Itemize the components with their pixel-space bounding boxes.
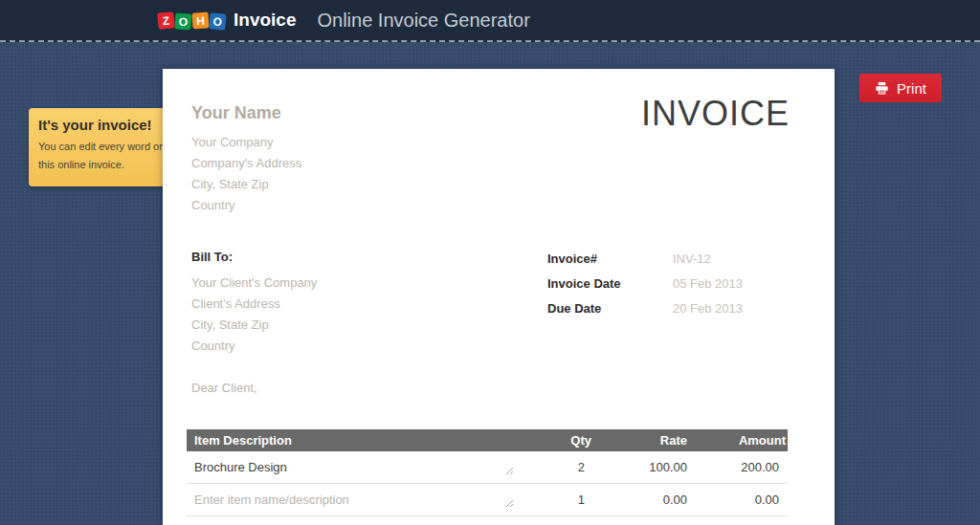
salutation-field[interactable]: Dear Client,: [191, 381, 257, 395]
sender-name-field[interactable]: Your Name: [191, 103, 301, 123]
item-rate-field[interactable]: 0.00: [591, 492, 687, 507]
item-qty-field[interactable]: 1: [502, 492, 591, 507]
client-country-field[interactable]: Country: [191, 336, 317, 357]
table-header-row: Item Description Qty Rate Amount: [187, 429, 788, 451]
logo-tile-z: Z: [157, 11, 175, 30]
table-row: Brochure Design 2 100.00 200.00: [187, 451, 788, 484]
due-date-value[interactable]: 20 Feb 2013: [673, 301, 743, 317]
invoice-date-row: Invoice Date 05 Feb 2013: [547, 276, 743, 292]
logo-tile-o2: O: [209, 12, 226, 30]
page-background: It's your invoice! You can edit every wo…: [0, 42, 980, 525]
bill-to-label[interactable]: Bill To:: [191, 250, 317, 264]
printer-icon: [875, 81, 889, 96]
item-description-field[interactable]: Brochure Design: [187, 460, 502, 474]
resize-handle-icon[interactable]: [505, 464, 514, 478]
zoho-logo-tiles: Z O H O: [158, 12, 227, 29]
invoice-date-label[interactable]: Invoice Date: [547, 276, 673, 292]
logo-tile-h: H: [191, 11, 209, 29]
due-date-label[interactable]: Due Date: [547, 301, 673, 317]
resize-handle-icon[interactable]: [505, 496, 514, 511]
header-item-description: Item Description: [187, 433, 502, 448]
item-amount-value: 200.00: [687, 460, 788, 474]
sender-address-field[interactable]: Company's Address: [191, 153, 301, 174]
header-rate: Rate: [591, 433, 687, 448]
sender-country-field[interactable]: Country: [191, 195, 301, 216]
tooltip-title: It's your invoice!: [38, 117, 167, 133]
invoice-number-value[interactable]: INV-12: [673, 252, 711, 267]
client-address-field[interactable]: Client's Address: [191, 294, 317, 315]
sender-city-field[interactable]: City, State Zip: [191, 174, 301, 195]
logo-product-name: Invoice: [234, 10, 296, 31]
logo-tile-o1: O: [174, 12, 191, 30]
invoice-date-value[interactable]: 05 Feb 2013: [673, 276, 743, 292]
page-title: Online Invoice Generator: [317, 10, 529, 32]
invoice-heading[interactable]: INVOICE: [641, 94, 790, 134]
sender-block: Your Name Your Company Company's Address…: [191, 103, 301, 216]
print-button-label: Print: [897, 80, 926, 97]
item-rate-field[interactable]: 100.00: [591, 460, 687, 474]
sender-company-field[interactable]: Your Company: [191, 132, 301, 153]
edit-hint-tooltip: It's your invoice! You can edit every wo…: [29, 108, 177, 186]
invoice-number-row: Invoice# INV-12: [547, 252, 743, 267]
item-description-field[interactable]: Enter item name/description: [187, 492, 502, 507]
zoho-logo[interactable]: Z O H O Invoice: [158, 10, 296, 31]
line-items-table: Item Description Qty Rate Amount Brochur…: [187, 429, 788, 516]
item-amount-value: 0.00: [687, 492, 788, 507]
tooltip-body: You can edit every word on this online i…: [38, 138, 167, 175]
item-qty-field[interactable]: 2: [502, 460, 591, 474]
print-button[interactable]: Print: [859, 74, 942, 102]
table-row: Enter item name/description 1 0.00 0.00: [187, 484, 788, 516]
invoice-paper: Your Name Your Company Company's Address…: [163, 69, 835, 525]
invoice-number-label[interactable]: Invoice#: [547, 252, 673, 267]
client-city-field[interactable]: City, State Zip: [191, 315, 317, 336]
app-header: Z O H O Invoice Online Invoice Generator: [0, 0, 980, 42]
client-company-field[interactable]: Your Client's Company: [191, 273, 317, 294]
invoice-meta-block: Invoice# INV-12 Invoice Date 05 Feb 2013…: [547, 252, 743, 326]
header-amount: Amount: [687, 433, 788, 448]
due-date-row: Due Date 20 Feb 2013: [547, 301, 743, 317]
bill-to-block: Bill To: Your Client's Company Client's …: [191, 250, 317, 357]
header-qty: Qty: [502, 433, 591, 448]
